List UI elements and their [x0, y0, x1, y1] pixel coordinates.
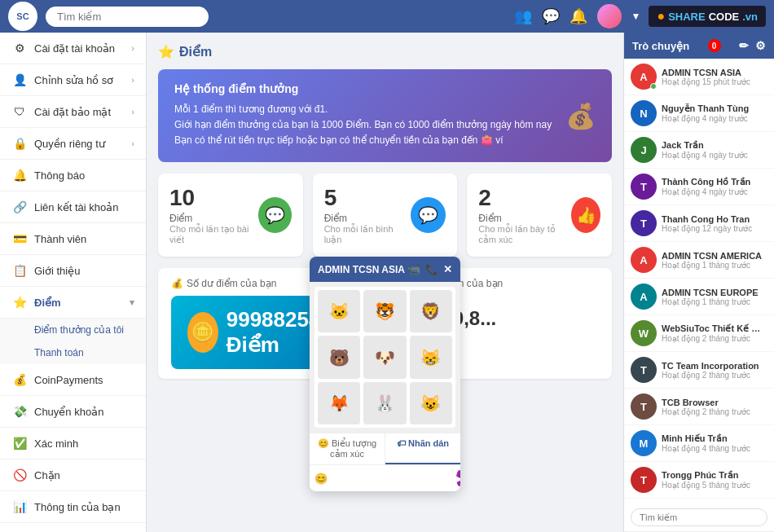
- search-input[interactable]: [46, 7, 209, 27]
- chat-avatar: A: [631, 64, 657, 90]
- chat-search-input[interactable]: [631, 508, 767, 526]
- sticker-tab[interactable]: 🏷 Nhãn dán: [385, 433, 460, 464]
- topnav: SC 👥 💬 🔔 ▼ ● SHARECODE.vn: [0, 0, 774, 33]
- main-content: ⭐ Điểm Hệ thống điểm thưởng Mỗi 1 điểm t…: [147, 33, 623, 532]
- messages-icon[interactable]: 💬: [542, 7, 560, 25]
- chat-panel-header: Trò chuyện 0 ✏ ⚙: [624, 33, 774, 59]
- sticker-5[interactable]: 🐶: [363, 336, 406, 378]
- sidebar-item-ung-dung[interactable]: 📱 Ứng dụng: [0, 523, 146, 532]
- sidebar-item-thong-tin[interactable]: 📊 Thông tin của bạn: [0, 491, 146, 523]
- points-card-comment: 5 Điểm Cho mỗi lần bình luận 💬: [313, 174, 458, 257]
- chat-popup-input-area: 😊 ▶: [310, 464, 460, 491]
- chat-list: A ADMIN TCSN ASIA Hoạt động 15 phút trướ…: [624, 59, 774, 503]
- chat-list-item[interactable]: A ADMIN TCSN AMERICA Hoạt động 1 tháng t…: [624, 242, 774, 279]
- emoji-tab[interactable]: 😊 Biểu tượng cảm xúc: [310, 433, 385, 464]
- sidebar-sub-thanh-toan[interactable]: Thanh toán: [0, 341, 146, 364]
- chat-avatar: T: [631, 357, 657, 383]
- settings-icon[interactable]: ⚙: [755, 39, 766, 52]
- sticker-6[interactable]: 😸: [410, 336, 452, 378]
- close-icon[interactable]: ✕: [443, 263, 452, 275]
- notifications-icon[interactable]: 🔔: [570, 7, 587, 25]
- sticker-3[interactable]: 🦁: [410, 290, 452, 332]
- chat-name: ADMIN TCSN ASIA: [662, 68, 767, 77]
- sticker-8[interactable]: 🐰: [363, 382, 406, 424]
- edit-icon[interactable]: ✏: [739, 39, 749, 52]
- sticker-grid: 🐱 🐯 🦁 🐻 🐶 😸 🦊 🐰 😺: [314, 287, 455, 428]
- chat-list-item[interactable]: T TC Team Incorporation Hoạt động 2 thán…: [624, 352, 774, 389]
- chat-list-item[interactable]: T Thành Công Hồ Trần Hoạt động 4 ngày tr…: [624, 169, 774, 205]
- user-icon: 👤: [11, 72, 28, 88]
- comment-icon: 💬: [411, 197, 446, 233]
- chat-time: Hoạt động 5 tháng trước: [662, 481, 767, 490]
- sidebar-item-chinh-sua-ho-so[interactable]: 👤 Chỉnh sửa hồ sơ ›: [0, 64, 146, 96]
- sidebar-item-coinpayments[interactable]: 💰 CoinPayments: [0, 364, 146, 396]
- chat-list-item[interactable]: J Jack Trần Hoạt động 4 ngày trước: [624, 132, 774, 169]
- sidebar-item-chuyen-khoan[interactable]: 💸 Chuyển khoản: [0, 396, 146, 428]
- chat-popup-header: ADMIN TCSN ASIA 📹 📞 ✕: [310, 257, 460, 282]
- sidebar-item-chan[interactable]: 🚫 Chặn: [0, 459, 146, 491]
- chat-info: Nguyễn Thanh Tùng Hoạt động 4 ngày trước: [662, 103, 767, 123]
- logo[interactable]: SC: [8, 2, 37, 31]
- chat-list-item[interactable]: A ADMIN TCSN EUROPE Hoạt động 1 tháng tr…: [624, 279, 774, 315]
- chat-info: ADMIN TCSN AMERICA Hoạt động 1 tháng trư…: [662, 251, 767, 270]
- video-call-icon[interactable]: 📹: [407, 263, 420, 275]
- phone-icon[interactable]: 📞: [425, 263, 438, 275]
- emoji-input-icon[interactable]: 😊: [314, 473, 328, 485]
- chat-list-item[interactable]: A ADMIN TCSN ASIA Hoạt động 15 phút trướ…: [624, 59, 774, 95]
- chat-list-item[interactable]: N Nguyễn Thanh Tùng Hoạt động 4 ngày trư…: [624, 95, 774, 132]
- bell-icon: 🔔: [11, 167, 28, 183]
- chat-list-item[interactable]: T Thanh Cong Ho Tran Hoạt động 12 ngày t…: [624, 205, 774, 242]
- chat-popup-actions: 📹 📞 ✕: [407, 263, 452, 275]
- sidebar-item-cai-dat-tai-khoan[interactable]: ⚙ Cài đặt tài khoản ›: [0, 33, 146, 64]
- sidebar-item-thong-bao[interactable]: 🔔 Thông báo: [0, 160, 146, 191]
- brand-logo: ● SHARECODE.vn: [649, 6, 766, 27]
- chat-list-item[interactable]: T TCB Browser Hoạt động 2 tháng trước: [624, 389, 774, 425]
- points-cards: 10 Điểm Cho mỗi lần tạo bài viết 💬 5 Điể…: [158, 174, 612, 257]
- chat-search-area: [624, 503, 774, 532]
- sidebar-item-lien-ket[interactable]: 🔗 Liên kết tài khoản: [0, 191, 146, 223]
- points-card-react: 2 Điểm Cho mỗi lần bày tỏ cảm xúc 👍: [467, 174, 612, 257]
- friends-icon[interactable]: 👥: [514, 7, 532, 25]
- star-icon: ⭐: [11, 294, 28, 310]
- sticker-7[interactable]: 🦊: [318, 382, 360, 424]
- chat-time: Hoạt động 4 ngày trước: [662, 187, 767, 196]
- sidebar-sub-diem-thuong[interactable]: Điểm thưởng của tôi: [0, 319, 146, 341]
- chat-avatar: N: [631, 100, 657, 126]
- sticker-2[interactable]: 🐯: [363, 290, 406, 332]
- right-panel: Trò chuyện 0 ✏ ⚙ A ADMIN TCSN ASIA Hoạt …: [623, 33, 774, 532]
- sidebar-item-diem[interactable]: ⭐ Điểm ▾: [0, 287, 146, 319]
- chat-avatar: A: [631, 284, 657, 310]
- send-button[interactable]: ▶: [456, 470, 460, 486]
- wallet-decoration: 💰: [565, 101, 596, 130]
- chat-name: Thanh Cong Ho Tran: [662, 214, 767, 224]
- chat-name: TCB Browser: [662, 398, 767, 407]
- message-input[interactable]: [331, 473, 453, 484]
- sticker-9[interactable]: 😺: [410, 382, 452, 424]
- chat-name: ADMIN TCSN EUROPE: [662, 288, 767, 297]
- sidebar-item-thanh-vien[interactable]: 💳 Thành viên: [0, 223, 146, 255]
- chat-time: Hoạt động 2 tháng trước: [662, 371, 767, 380]
- shield-icon: 🛡: [11, 103, 28, 120]
- chevron-down-icon[interactable]: ▼: [631, 11, 641, 22]
- sticker-4[interactable]: 🐻: [318, 336, 360, 378]
- sidebar-item-xac-minh[interactable]: ✅ Xác minh: [0, 428, 146, 459]
- like-icon: 👍: [571, 197, 600, 233]
- chat-time: Hoạt động 12 ngày trước: [662, 224, 767, 233]
- user-avatar[interactable]: [597, 4, 622, 29]
- chat-list-item[interactable]: T Trongg Phúc Trần Hoạt động 5 tháng trư…: [624, 462, 774, 499]
- layout: ⚙ Cài đặt tài khoản › 👤 Chỉnh sửa hồ sơ …: [0, 33, 774, 532]
- sticker-1[interactable]: 🐱: [318, 290, 360, 332]
- chat-info: ADMIN TCSN EUROPE Hoạt động 1 tháng trướ…: [662, 288, 767, 306]
- chart-icon: 📊: [11, 499, 28, 515]
- sidebar: ⚙ Cài đặt tài khoản › 👤 Chỉnh sửa hồ sơ …: [0, 33, 147, 532]
- post-icon: 💬: [258, 197, 292, 233]
- chat-avatar: M: [631, 430, 657, 456]
- info-icon: 📋: [11, 262, 28, 279]
- page-title: ⭐ Điểm: [158, 44, 612, 59]
- sidebar-item-cai-dat-bao-mat[interactable]: 🛡 Cài đặt bảo mật ›: [0, 96, 146, 128]
- chat-list-item[interactable]: W WebSiuToc Thiết Kế Website Chuyên Nghi…: [624, 315, 774, 352]
- chat-info: Jack Trần Hoạt động 4 ngày trước: [662, 140, 767, 160]
- sidebar-item-gioi-thieu[interactable]: 📋 Giới thiệu: [0, 255, 146, 287]
- sidebar-item-quyen-rieng-tu[interactable]: 🔒 Quyền riêng tư ›: [0, 128, 146, 160]
- chat-list-item[interactable]: M Minh Hiếu Trần Hoạt động 4 tháng trước: [624, 425, 774, 462]
